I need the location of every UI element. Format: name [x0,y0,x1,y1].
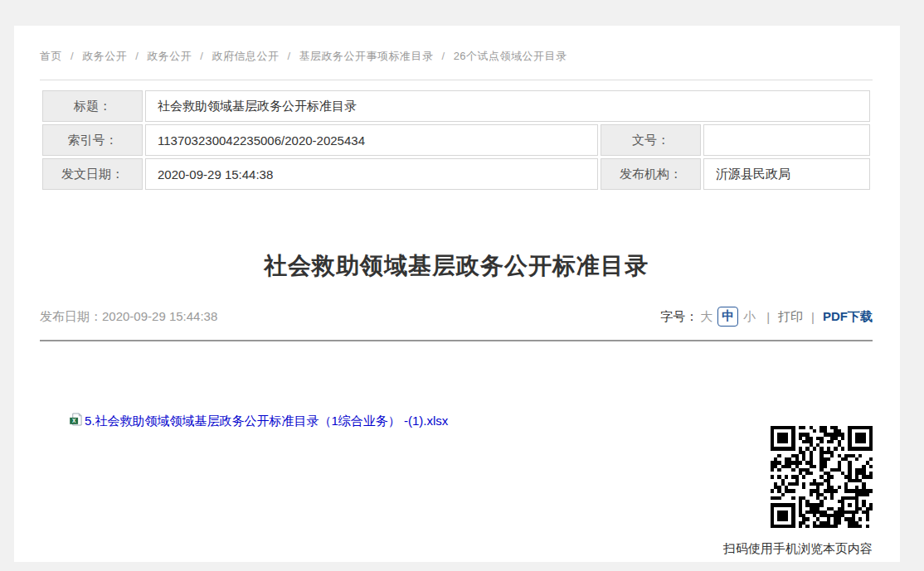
breadcrumb: 首页/政务公开/政务公开/政府信息公开/基层政务公开事项标准目录/26个试点领域… [40,41,873,64]
meta-docnum-value [703,124,870,156]
meta-index-value: 113703230042235006/2020-2025434 [145,124,598,156]
meta-title-value: 社会救助领域基层政务公开标准目录 [145,90,870,122]
attachment-link[interactable]: 5.社会救助领域领域基层政务公开标准目录（1综合业务） -(1).xlsx [85,414,448,429]
table-row: 标题： 社会救助领域基层政务公开标准目录 [42,90,870,122]
content-card: 首页/政务公开/政务公开/政府信息公开/基层政务公开事项标准目录/26个试点领域… [14,26,900,562]
meta-date-label: 发文日期： [42,158,143,190]
breadcrumb-item-gov-info[interactable]: 政府信息公开 [212,50,279,62]
article-toolbar: 字号： 大 中 小 | 打印 | PDF下载 [660,307,873,327]
table-row: 发文日期： 2020-09-29 15:44:38 发布机构： 沂源县民政局 [42,158,870,190]
article-meta-row: 发布日期：2020-09-29 15:44:38 字号： 大 中 小 | 打印 … [40,307,873,327]
breadcrumb-item-home[interactable]: 首页 [40,50,62,62]
breadcrumb-separator: / [287,50,290,62]
document-meta-table: 标题： 社会救助领域基层政务公开标准目录 索引号： 11370323004223… [40,88,873,192]
pdf-download-button[interactable]: PDF下载 [823,309,873,325]
toolbar-separator: | [811,310,815,324]
toolbar-separator: | [766,310,770,324]
breadcrumb-separator: / [200,50,203,62]
qr-code [771,426,873,528]
font-size-label: 字号： [660,309,698,325]
publish-date: 发布日期：2020-09-29 15:44:38 [40,309,217,325]
breadcrumb-separator: / [442,50,445,62]
publish-date-value: 2020-09-29 15:44:38 [102,309,217,323]
publish-date-label: 发布日期： [40,309,102,323]
breadcrumb-item-pilot-catalog[interactable]: 26个试点领域公开目录 [454,50,567,62]
breadcrumb-divider [40,80,873,80]
font-size-large-button[interactable]: 大 [700,309,712,325]
svg-text:X: X [72,418,76,423]
attachment-row: X 5.社会救助领域领域基层政务公开标准目录（1综合业务） -(1).xlsx [70,341,448,429]
qr-caption: 扫码使用手机浏览本页内容 [723,541,873,557]
meta-title-label: 标题： [42,90,143,122]
breadcrumb-item-zwgk-2[interactable]: 政务公开 [147,50,192,62]
font-size-medium-button[interactable]: 中 [717,307,738,327]
qr-block: 扫码使用手机浏览本页内容 [723,341,873,557]
meta-index-label: 索引号： [42,124,143,156]
meta-date-value: 2020-09-29 15:44:38 [145,158,598,190]
excel-file-icon: X [70,413,82,429]
breadcrumb-separator: / [71,50,74,62]
breadcrumb-item-standard-catalog[interactable]: 基层政务公开事项标准目录 [299,50,434,62]
meta-org-value: 沂源县民政局 [703,158,870,190]
breadcrumb-separator: / [135,50,139,62]
breadcrumb-item-zwgk-1[interactable]: 政务公开 [82,50,127,62]
meta-docnum-label: 文号： [601,124,701,156]
meta-org-label: 发布机构： [601,158,701,190]
article-body: X 5.社会救助领域领域基层政务公开标准目录（1综合业务） -(1).xlsx … [40,341,873,557]
page-title: 社会救助领域基层政务公开标准目录 [40,250,873,282]
table-row: 索引号： 113703230042235006/2020-2025434 文号： [42,124,870,156]
print-button[interactable]: 打印 [778,309,803,325]
font-size-small-button[interactable]: 小 [743,309,756,325]
